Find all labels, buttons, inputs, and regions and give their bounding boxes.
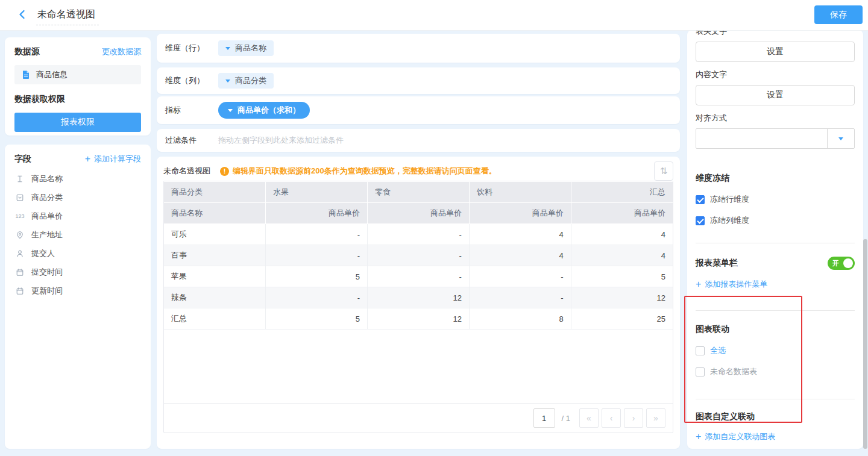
preview-title: 未命名透视图 bbox=[163, 166, 210, 176]
plus-icon: + bbox=[696, 280, 701, 289]
add-calc-field-link[interactable]: +添加计算字段 bbox=[85, 154, 141, 164]
table-cell: 4 bbox=[571, 245, 673, 266]
freeze-row-option: 冻结行维度 bbox=[696, 194, 855, 205]
add-custom-linkage-link[interactable]: +添加自定义联动图表 bbox=[696, 431, 855, 442]
header-cell: 商品分类 bbox=[164, 182, 266, 203]
preview-panel: 未命名透视图 ! 编辑界面只取数据源前200条作为查询数据预览，完整数据请访问页… bbox=[157, 157, 680, 449]
toggle-on-label: 开 bbox=[832, 259, 839, 268]
content-text-label: 内容文字 bbox=[696, 69, 855, 80]
linkage-item-option: 未命名数据表 bbox=[696, 366, 855, 377]
toggle-knob bbox=[843, 258, 853, 268]
header-cell: 汇总 bbox=[571, 182, 673, 203]
select-all-checkbox[interactable] bbox=[696, 346, 705, 355]
preview-warning: ! 编辑界面只取数据源前200条作为查询数据预览，完整数据请访问页面查看。 bbox=[220, 166, 497, 176]
header-text-settings-button[interactable]: 设置 bbox=[696, 42, 855, 62]
fields-panel: 字段 +添加计算字段 商品名称 商品分类 123 商品单价 生产地址 提交人 提… bbox=[5, 145, 151, 449]
page-total-label: / 1 bbox=[562, 414, 570, 423]
table-cell: - bbox=[266, 287, 368, 308]
table-row: 辣条 - 12 - 12 bbox=[164, 287, 673, 308]
select-icon bbox=[14, 193, 25, 202]
select-all-label[interactable]: 全选 bbox=[710, 345, 726, 356]
table-cell: 可乐 bbox=[164, 224, 266, 245]
col-dimension-label: 维度（列） bbox=[165, 75, 218, 86]
fields-heading: 字段 bbox=[14, 154, 31, 164]
field-item-product-category[interactable]: 商品分类 bbox=[14, 188, 141, 207]
table-cell: - bbox=[469, 266, 571, 287]
table-cell: - bbox=[368, 245, 470, 266]
save-button[interactable]: 保存 bbox=[814, 5, 863, 24]
report-permission-button[interactable]: 报表权限 bbox=[14, 113, 141, 132]
header-cell: 商品单价 bbox=[469, 203, 571, 224]
prev-page-button[interactable]: ‹ bbox=[602, 408, 621, 428]
field-item-submitter[interactable]: 提交人 bbox=[14, 244, 141, 263]
table-cell: 4 bbox=[469, 224, 571, 245]
location-icon bbox=[14, 231, 25, 239]
next-page-button[interactable]: › bbox=[624, 408, 643, 428]
align-select[interactable] bbox=[696, 128, 855, 149]
chevron-left-icon bbox=[17, 9, 28, 22]
field-item-product-name[interactable]: 商品名称 bbox=[14, 169, 141, 188]
metric-row: 指标 商品单价（求和） bbox=[157, 96, 680, 124]
page-title[interactable]: 未命名透视图 bbox=[36, 7, 99, 25]
chevron-down-icon bbox=[838, 137, 843, 140]
back-button[interactable] bbox=[16, 8, 29, 22]
report-menu-row: 报表菜单栏 开 bbox=[696, 257, 855, 270]
freeze-col-label[interactable]: 冻结列维度 bbox=[710, 215, 749, 226]
person-icon bbox=[14, 249, 25, 258]
row-dimension-chip[interactable]: 商品名称 bbox=[218, 40, 274, 56]
field-list: 商品名称 商品分类 123 商品单价 生产地址 提交人 提交时间 更新时间 bbox=[14, 169, 141, 300]
freeze-col-checkbox[interactable] bbox=[696, 216, 705, 225]
datasource-item[interactable]: 商品信息 bbox=[14, 65, 141, 84]
table-cell: - bbox=[266, 224, 368, 245]
table-cell: - bbox=[368, 266, 470, 287]
table-cell: 苹果 bbox=[164, 266, 266, 287]
change-datasource-link[interactable]: 更改数据源 bbox=[102, 46, 141, 57]
table-cell: 辣条 bbox=[164, 287, 266, 308]
field-item-submit-time[interactable]: 提交时间 bbox=[14, 263, 141, 281]
first-page-button[interactable]: « bbox=[579, 408, 599, 428]
field-item-product-price[interactable]: 123 商品单价 bbox=[14, 207, 141, 225]
freeze-row-checkbox[interactable] bbox=[696, 195, 705, 204]
table-row: 可乐 - - 4 4 bbox=[164, 224, 673, 245]
table-cell: - bbox=[469, 287, 571, 308]
vertical-scrollbar[interactable] bbox=[863, 239, 867, 449]
linkage-item-label[interactable]: 未命名数据表 bbox=[710, 366, 757, 377]
chevron-down-icon bbox=[228, 109, 233, 112]
preview-table-box: 商品分类 水果 零食 饮料 汇总 商品名称 商品单价 商品单价 商品单价 商品单… bbox=[163, 181, 673, 433]
report-menu-toggle[interactable]: 开 bbox=[828, 257, 855, 270]
page-number-input[interactable] bbox=[533, 408, 555, 428]
filter-row[interactable]: 过滤条件 拖动左侧字段到此处来添加过滤条件 bbox=[157, 129, 680, 152]
field-item-production-address[interactable]: 生产地址 bbox=[14, 225, 141, 244]
header-cell: 商品单价 bbox=[266, 203, 368, 224]
filter-label: 过滤条件 bbox=[165, 135, 218, 146]
divider bbox=[696, 243, 855, 243]
freeze-row-label[interactable]: 冻结行维度 bbox=[710, 194, 749, 205]
topbar: 未命名透视图 保存 bbox=[0, 0, 868, 31]
metric-label: 指标 bbox=[165, 105, 218, 116]
chart-linkage-heading: 图表联动 bbox=[696, 324, 855, 335]
table-cell: 12 bbox=[368, 308, 470, 330]
add-report-menu-link[interactable]: +添加报表操作菜单 bbox=[696, 279, 855, 290]
datasource-heading: 数据源 bbox=[14, 46, 40, 57]
col-dimension-chip[interactable]: 商品分类 bbox=[218, 73, 274, 89]
linkage-item-checkbox[interactable] bbox=[696, 367, 705, 376]
content-text-settings-button[interactable]: 设置 bbox=[696, 85, 855, 105]
sort-button[interactable]: ⇅ bbox=[654, 161, 673, 181]
last-page-button[interactable]: » bbox=[646, 408, 665, 428]
filter-dropzone-placeholder: 拖动左侧字段到此处来添加过滤条件 bbox=[218, 135, 344, 146]
table-cell: 25 bbox=[571, 308, 673, 330]
divider bbox=[696, 310, 855, 311]
field-item-update-time[interactable]: 更新时间 bbox=[14, 281, 141, 300]
table-row-total: 汇总 5 12 8 25 bbox=[164, 308, 673, 330]
plus-icon: + bbox=[696, 432, 701, 442]
freeze-col-option: 冻结列维度 bbox=[696, 215, 855, 226]
preview-table-area: 商品分类 水果 零食 饮料 汇总 商品名称 商品单价 商品单价 商品单价 商品单… bbox=[164, 181, 673, 403]
datasource-panel: 数据源 更改数据源 商品信息 数据获取权限 报表权限 bbox=[5, 37, 151, 136]
plus-icon: + bbox=[85, 154, 90, 164]
select-caret-segment bbox=[827, 129, 854, 148]
permission-heading: 数据获取权限 bbox=[14, 94, 141, 105]
table-cell: 汇总 bbox=[164, 308, 266, 330]
table-cell: 8 bbox=[469, 308, 571, 330]
metric-chip[interactable]: 商品单价（求和） bbox=[218, 102, 310, 119]
header-cell: 水果 bbox=[266, 182, 368, 203]
